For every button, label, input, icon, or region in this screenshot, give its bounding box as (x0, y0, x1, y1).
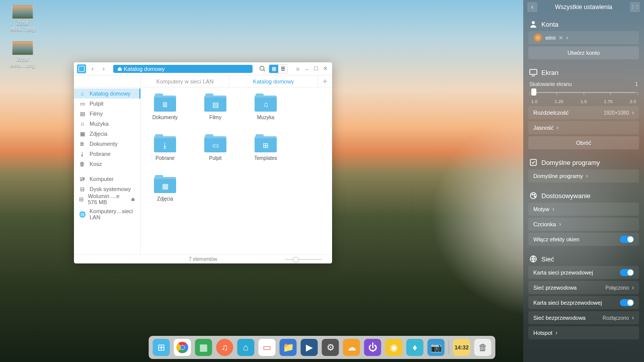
font-row[interactable]: Czcionka › (528, 218, 639, 231)
spreadsheet-icon[interactable]: ▦ (195, 339, 212, 356)
sidebar-item[interactable]: 🖳Komputer (74, 174, 140, 184)
tab-home[interactable]: Katalog domowy (229, 75, 318, 87)
wireless-label: Sieć bezprzewodowa (533, 315, 586, 321)
item-count: 7 elementów (189, 256, 217, 262)
list-view-button[interactable]: ☰ (278, 65, 287, 73)
trash-icon[interactable]: 🗑 (474, 339, 492, 356)
folder-item[interactable]: ▭Pulpit (200, 134, 230, 161)
wired-status: Połączono (605, 285, 629, 291)
settings-icon[interactable]: ⚙ (322, 339, 339, 356)
icon-view-button[interactable]: ▦ (269, 65, 278, 73)
file-label: Zrzut ekra….png (8, 56, 38, 68)
wired-card-row[interactable]: Karta sieci przewodowej (528, 266, 639, 279)
minimize-button[interactable]: – (303, 65, 311, 73)
nav-forward-button[interactable]: › (99, 64, 108, 73)
sidebar-item[interactable]: ⊟Wolumin …e 576 MB⏏ (74, 194, 140, 204)
sidebar-item[interactable]: 🌐Komputery…sieci LAN (74, 209, 140, 219)
folder-item[interactable]: ♫Muzyka (251, 94, 281, 120)
menu-button[interactable]: ≡ (294, 65, 302, 73)
sidebar-item[interactable]: ▭Pulpit (74, 99, 140, 109)
tab-network[interactable]: Komputery w sieci LAN (141, 75, 229, 87)
appstore-icon[interactable]: ⌂ (237, 339, 255, 356)
status-bar: 7 elementów (74, 254, 332, 263)
folder-item[interactable]: ⊞Templates (251, 134, 281, 161)
sidebar-item[interactable]: ⌂Katalog domowy (74, 88, 140, 99)
calendar-icon[interactable]: ▭ (259, 339, 276, 356)
help-icon[interactable]: ♦ (407, 339, 424, 356)
folder-grid[interactable]: 🗎Dokumenty▤Filmy♫Muzyka⭳Pobrane▭Pulpit⊞T… (141, 87, 332, 254)
maximize-button[interactable]: ☐ (312, 65, 320, 73)
window-effects-row[interactable]: Włącz efekty okien (528, 233, 639, 246)
zoom-slider[interactable] (285, 259, 322, 260)
eject-icon[interactable]: ⏏ (131, 197, 135, 202)
sidebar-item[interactable]: ⊟Dysk systemowy (74, 184, 140, 194)
cloud-icon[interactable]: ☁ (343, 339, 360, 356)
brightness-row[interactable]: Jasność › (528, 121, 639, 134)
theme-row[interactable]: Motyw › (528, 203, 639, 216)
chevron-right-icon: › (586, 172, 588, 179)
window-titlebar[interactable]: ‹ › Katalog domowy ▦ ☰ ≡ – ☐ ✕ (74, 62, 332, 75)
back-button[interactable]: ‹ (527, 2, 537, 12)
wired-network-row[interactable]: Sieć przewodowa Połączono › (528, 281, 639, 294)
folder-item[interactable]: ▦Zdjęcia (150, 175, 180, 202)
hotspot-row[interactable]: Hotspot › (528, 326, 639, 339)
disk-icon[interactable]: ◉ (385, 339, 403, 356)
settings-title: Wszystkie ustawienia (541, 4, 626, 11)
resolution-value: 1920×1080 (604, 110, 629, 116)
music-icon[interactable]: ♫ (216, 339, 233, 356)
power-icon[interactable]: ⏻ (364, 339, 381, 356)
sidebar-item[interactable]: 🗑Kosz (74, 159, 140, 169)
account-row-user[interactable]: eimi ✕ › (528, 31, 639, 44)
grid-view-button[interactable]: ⋮⋮ (630, 2, 640, 12)
sidebar-item[interactable]: ⭳Pobrane (74, 149, 140, 159)
defaults-heading: Domyślne programy (541, 159, 600, 166)
nav-back-button[interactable]: ‹ (88, 64, 97, 73)
video-icon[interactable]: ▶ (301, 339, 318, 356)
breadcrumb-home[interactable]: Katalog domowy (113, 65, 253, 73)
folder-icon: ▦ (154, 175, 176, 193)
rotate-button[interactable]: Obróć (528, 136, 639, 149)
sidebar-item[interactable]: 🗎Dokumenty (74, 139, 140, 149)
wireless-card-toggle[interactable] (620, 299, 634, 306)
chevron-right-icon: › (632, 109, 634, 116)
palette-icon (529, 192, 537, 200)
create-account-button[interactable]: Utwórz konto (528, 46, 639, 59)
wired-card-toggle[interactable] (620, 269, 634, 276)
tick-label: 2.0 (628, 99, 638, 104)
folder-item[interactable]: 🗎Dokumenty (150, 94, 180, 120)
wireless-network-row[interactable]: Sieć bezprzewodowa Rozłączono › (528, 311, 639, 324)
screenshot-icon[interactable]: 📷 (428, 339, 445, 356)
effects-label: Włącz efekty okien (533, 236, 580, 242)
tab-add-button[interactable]: + (318, 75, 332, 87)
folder-item[interactable]: ⭳Pobrane (150, 134, 180, 161)
close-button[interactable]: ✕ (321, 65, 329, 73)
chrome-icon[interactable] (174, 339, 191, 356)
wireless-card-row[interactable]: Karta sieci bezprzewodowej (528, 296, 639, 309)
folder-icon: 🗎 (154, 94, 176, 112)
tab-spacer (74, 75, 141, 87)
folder-item[interactable]: ▤Filmy (200, 94, 230, 120)
desktop-file-2[interactable]: Zrzut ekra….png (8, 41, 38, 68)
files-icon[interactable]: 📁 (280, 339, 297, 356)
sidebar-icon: ⊟ (79, 186, 86, 193)
effects-toggle[interactable] (620, 236, 634, 243)
wireless-card-label: Karta sieci bezprzewodowej (533, 300, 602, 306)
folder-label: Zdjęcia (150, 196, 180, 202)
username: eimi (545, 35, 555, 41)
address-bar[interactable]: Katalog domowy (113, 65, 253, 73)
resolution-row[interactable]: Rozdzielczość 1920×1080 › (528, 106, 639, 119)
sidebar-item[interactable]: ▤Filmy (74, 109, 140, 119)
chevron-right-icon: › (632, 284, 634, 291)
home-icon (117, 66, 122, 71)
launcher-icon[interactable]: ⊞ (153, 339, 170, 356)
sidebar-item[interactable]: ♫Muzyka (74, 119, 140, 129)
settings-panel: ‹ Wszystkie ustawienia ⋮⋮ Konta eimi ✕ ›… (523, 0, 644, 362)
default-apps-row[interactable]: Domyślne programy › (528, 169, 639, 183)
sidebar-item[interactable]: ▦Zdjęcia (74, 129, 140, 139)
remove-user-icon[interactable]: ✕ (558, 35, 563, 41)
search-button[interactable] (258, 64, 267, 73)
desktop-file-1[interactable]: Zrzut ekra….png (8, 5, 38, 32)
resolution-label: Rozdzielczość (533, 110, 569, 116)
clock-icon[interactable]: 14:32 (453, 339, 470, 356)
hotspot-label: Hotspot (533, 330, 552, 336)
